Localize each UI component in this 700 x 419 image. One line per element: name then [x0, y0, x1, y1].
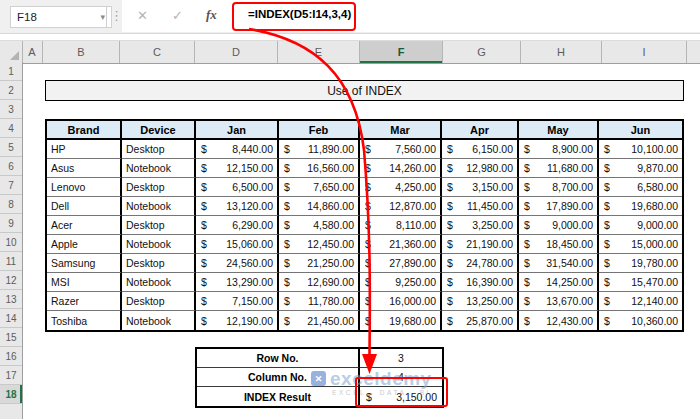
header-cell-may[interactable]: May	[519, 121, 599, 140]
column-header-F[interactable]: F	[360, 41, 443, 63]
month-value-cell[interactable]: $12,430.00	[519, 311, 599, 330]
row-header-6[interactable]: 6	[0, 157, 22, 176]
header-cell-brand[interactable]: Brand	[47, 121, 122, 140]
row-header-7[interactable]: 7	[0, 176, 22, 195]
brand-cell[interactable]: Toshiba	[47, 311, 122, 330]
row-no-label[interactable]: Row No.	[197, 349, 360, 368]
column-header-H[interactable]: H	[521, 41, 602, 63]
month-value-cell[interactable]: $4,580.00	[279, 216, 360, 235]
month-value-cell[interactable]: $17,890.00	[519, 197, 599, 216]
month-value-cell[interactable]: $10,100.00	[599, 140, 682, 159]
month-value-cell[interactable]: $24,780.00	[442, 254, 519, 273]
row-header-5[interactable]: 5	[0, 138, 22, 157]
row-header-2[interactable]: 2	[0, 81, 22, 100]
header-cell-mar[interactable]: Mar	[360, 121, 442, 140]
month-value-cell[interactable]: $19,680.00	[360, 311, 442, 330]
row-header-15[interactable]: 15	[0, 328, 22, 347]
select-all-corner[interactable]	[0, 41, 23, 63]
month-value-cell[interactable]: $12,870.00	[360, 197, 442, 216]
device-cell[interactable]: Desktop	[122, 216, 196, 235]
month-value-cell[interactable]: $7,650.00	[279, 178, 360, 197]
month-value-cell[interactable]: $6,150.00	[442, 140, 519, 159]
month-value-cell[interactable]: $9,250.00	[360, 273, 442, 292]
month-value-cell[interactable]: $21,450.00	[279, 311, 360, 330]
device-cell[interactable]: Notebook	[122, 273, 196, 292]
month-value-cell[interactable]: $16,390.00	[442, 273, 519, 292]
row-header-10[interactable]: 10	[0, 233, 22, 252]
row-header-11[interactable]: 11	[0, 252, 22, 271]
column-header-A[interactable]: A	[22, 41, 43, 63]
month-value-cell[interactable]: $15,000.00	[599, 235, 682, 254]
device-cell[interactable]: Desktop	[122, 140, 196, 159]
row-header-18[interactable]: 18	[0, 385, 22, 404]
row-header-4[interactable]: 4	[0, 119, 22, 138]
month-value-cell[interactable]: $16,560.00	[279, 159, 360, 178]
name-box-dropdown-icon[interactable]: ▾	[100, 12, 105, 22]
brand-cell[interactable]: Dell	[47, 197, 122, 216]
device-cell[interactable]: Desktop	[122, 292, 196, 311]
brand-cell[interactable]: Apple	[47, 235, 122, 254]
header-cell-feb[interactable]: Feb	[279, 121, 360, 140]
month-value-cell[interactable]: $27,890.00	[360, 254, 442, 273]
month-value-cell[interactable]: $9,000.00	[599, 216, 682, 235]
row-header-14[interactable]: 14	[0, 309, 22, 328]
month-value-cell[interactable]: $12,690.00	[279, 273, 360, 292]
column-header-B[interactable]: B	[43, 41, 120, 63]
column-header-D[interactable]: D	[195, 41, 278, 63]
title-cell[interactable]: Use of INDEX	[45, 80, 684, 101]
brand-cell[interactable]: Razer	[47, 292, 122, 311]
month-value-cell[interactable]: $6,500.00	[196, 178, 279, 197]
month-value-cell[interactable]: $24,560.00	[196, 254, 279, 273]
row-header-3[interactable]: 3	[0, 100, 22, 119]
month-value-cell[interactable]: $14,260.00	[360, 159, 442, 178]
month-value-cell[interactable]: $7,150.00	[196, 292, 279, 311]
brand-cell[interactable]: Asus	[47, 159, 122, 178]
month-value-cell[interactable]: $12,140.00	[599, 292, 682, 311]
column-header-G[interactable]: G	[443, 41, 521, 63]
header-cell-device[interactable]: Device	[122, 121, 196, 140]
row-header-13[interactable]: 13	[0, 290, 22, 309]
month-value-cell[interactable]: $11,680.00	[519, 159, 599, 178]
month-value-cell[interactable]: $3,150.00	[442, 178, 519, 197]
row-header-17[interactable]: 17	[0, 366, 22, 385]
row-header-8[interactable]: 8	[0, 195, 22, 214]
row-header-1[interactable]: 1	[0, 62, 22, 81]
month-value-cell[interactable]: $10,360.00	[599, 311, 682, 330]
month-value-cell[interactable]: $11,890.00	[279, 140, 360, 159]
month-value-cell[interactable]: $21,250.00	[279, 254, 360, 273]
month-value-cell[interactable]: $6,290.00	[196, 216, 279, 235]
month-value-cell[interactable]: $13,120.00	[196, 197, 279, 216]
month-value-cell[interactable]: $7,560.00	[360, 140, 442, 159]
month-value-cell[interactable]: $14,860.00	[279, 197, 360, 216]
month-value-cell[interactable]: $11,780.00	[279, 292, 360, 311]
enter-icon[interactable]: ✓	[172, 8, 183, 23]
column-header-C[interactable]: C	[120, 41, 195, 63]
month-value-cell[interactable]: $8,440.00	[196, 140, 279, 159]
month-value-cell[interactable]: $19,680.00	[599, 197, 682, 216]
month-value-cell[interactable]: $18,450.00	[519, 235, 599, 254]
device-cell[interactable]: Notebook	[122, 197, 196, 216]
month-value-cell[interactable]: $3,250.00	[442, 216, 519, 235]
header-cell-jun[interactable]: Jun	[599, 121, 682, 140]
brand-cell[interactable]: Samsung	[47, 254, 122, 273]
month-value-cell[interactable]: $8,900.00	[519, 140, 599, 159]
row-no-value[interactable]: 3	[360, 349, 442, 368]
column-header-E[interactable]: E	[278, 41, 360, 63]
month-value-cell[interactable]: $15,060.00	[196, 235, 279, 254]
month-value-cell[interactable]: $8,110.00	[360, 216, 442, 235]
column-no-value[interactable]: 4	[360, 368, 442, 387]
month-value-cell[interactable]: $15,470.00	[599, 273, 682, 292]
brand-cell[interactable]: MSI	[47, 273, 122, 292]
month-value-cell[interactable]: $12,450.00	[279, 235, 360, 254]
index-result-label[interactable]: INDEX Result	[197, 387, 360, 406]
device-cell[interactable]: Notebook	[122, 311, 196, 330]
column-no-label[interactable]: Column No.	[197, 368, 360, 387]
month-value-cell[interactable]: $9,000.00	[519, 216, 599, 235]
month-value-cell[interactable]: $31,540.00	[519, 254, 599, 273]
month-value-cell[interactable]: $12,150.00	[196, 159, 279, 178]
column-header-I[interactable]: I	[602, 41, 687, 63]
name-box[interactable]: F18 ▾	[10, 6, 112, 28]
device-cell[interactable]: Desktop	[122, 178, 196, 197]
month-value-cell[interactable]: $6,580.00	[599, 178, 682, 197]
row-header-16[interactable]: 16	[0, 347, 22, 366]
